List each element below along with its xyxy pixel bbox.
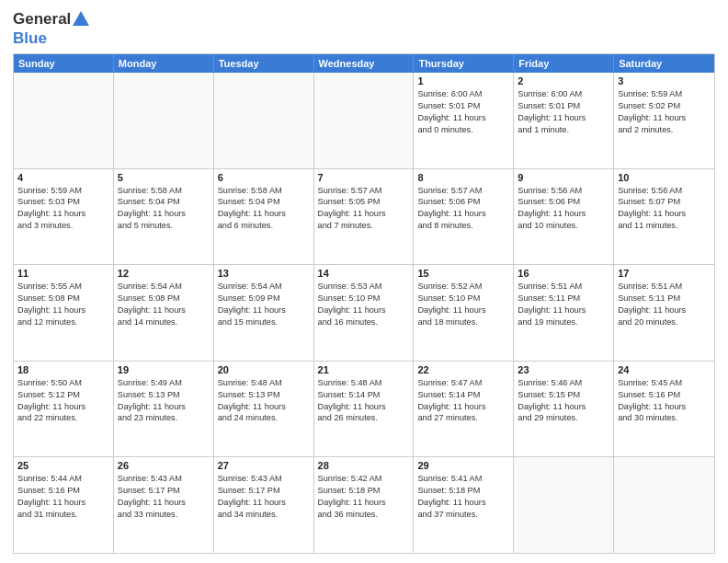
day-cell-18: 18Sunrise: 5:50 AMSunset: 5:12 PMDayligh… <box>14 362 114 457</box>
day-number: 19 <box>118 364 210 375</box>
day-info: Sunrise: 5:49 AMSunset: 5:13 PMDaylight:… <box>118 377 210 425</box>
calendar: SundayMondayTuesdayWednesdayThursdayFrid… <box>13 53 715 554</box>
day-number: 16 <box>518 268 609 279</box>
day-cell-7: 7Sunrise: 5:57 AMSunset: 5:05 PMDaylight… <box>314 169 415 265</box>
day-info: Sunrise: 5:51 AMSunset: 5:11 PMDaylight:… <box>518 281 609 328</box>
day-number: 23 <box>518 364 609 375</box>
day-number: 9 <box>518 172 609 183</box>
day-cell-4: 4Sunrise: 5:59 AMSunset: 5:03 PMDaylight… <box>14 169 114 265</box>
day-cell-19: 19Sunrise: 5:49 AMSunset: 5:13 PMDayligh… <box>114 362 214 457</box>
day-number: 24 <box>618 364 711 375</box>
page: General Blue SundayMondayTuesdayWednesda… <box>0 0 728 563</box>
day-cell-6: 6Sunrise: 5:58 AMSunset: 5:04 PMDaylight… <box>214 169 314 265</box>
day-info: Sunrise: 5:51 AMSunset: 5:11 PMDaylight:… <box>618 281 711 328</box>
day-cell-28: 28Sunrise: 5:42 AMSunset: 5:18 PMDayligh… <box>314 457 415 553</box>
header-day-monday: Monday <box>114 54 214 73</box>
day-number: 14 <box>318 268 410 279</box>
calendar-week-2: 4Sunrise: 5:59 AMSunset: 5:03 PMDaylight… <box>14 169 714 266</box>
header-day-saturday: Saturday <box>614 54 714 73</box>
calendar-header: SundayMondayTuesdayWednesdayThursdayFrid… <box>14 54 714 73</box>
day-number: 2 <box>518 75 609 86</box>
day-cell-16: 16Sunrise: 5:51 AMSunset: 5:11 PMDayligh… <box>514 265 614 361</box>
day-number: 8 <box>417 172 509 183</box>
day-cell-20: 20Sunrise: 5:48 AMSunset: 5:13 PMDayligh… <box>214 362 314 457</box>
calendar-week-5: 25Sunrise: 5:44 AMSunset: 5:16 PMDayligh… <box>14 457 714 553</box>
logo-blue: Blue <box>13 29 47 47</box>
day-cell-14: 14Sunrise: 5:53 AMSunset: 5:10 PMDayligh… <box>314 265 415 361</box>
day-number: 27 <box>218 460 310 471</box>
day-info: Sunrise: 5:41 AMSunset: 5:18 PMDaylight:… <box>417 473 509 521</box>
day-info: Sunrise: 5:55 AMSunset: 5:08 PMDaylight:… <box>17 281 109 328</box>
logo: General Blue <box>13 9 91 48</box>
day-cell-5: 5Sunrise: 5:58 AMSunset: 5:04 PMDaylight… <box>114 169 214 265</box>
day-cell-29: 29Sunrise: 5:41 AMSunset: 5:18 PMDayligh… <box>414 457 514 553</box>
logo-general: General <box>13 10 71 29</box>
day-cell-empty-0-2 <box>214 73 314 168</box>
day-cell-empty-0-0 <box>14 73 114 168</box>
day-number: 26 <box>118 460 210 471</box>
day-cell-21: 21Sunrise: 5:48 AMSunset: 5:14 PMDayligh… <box>314 362 415 457</box>
day-number: 28 <box>318 460 410 471</box>
day-info: Sunrise: 5:58 AMSunset: 5:04 PMDaylight:… <box>218 185 310 233</box>
day-info: Sunrise: 5:42 AMSunset: 5:18 PMDaylight:… <box>318 473 410 521</box>
calendar-week-1: 1Sunrise: 6:00 AMSunset: 5:01 PMDaylight… <box>14 73 714 169</box>
day-number: 11 <box>17 268 109 279</box>
day-info: Sunrise: 5:59 AMSunset: 5:02 PMDaylight:… <box>618 88 711 136</box>
day-cell-8: 8Sunrise: 5:57 AMSunset: 5:06 PMDaylight… <box>414 169 514 265</box>
calendar-week-3: 11Sunrise: 5:55 AMSunset: 5:08 PMDayligh… <box>14 265 714 362</box>
day-number: 17 <box>618 268 711 279</box>
day-cell-empty-4-6 <box>614 457 714 553</box>
day-info: Sunrise: 5:56 AMSunset: 5:07 PMDaylight:… <box>618 185 711 233</box>
day-info: Sunrise: 5:56 AMSunset: 5:06 PMDaylight:… <box>518 185 609 233</box>
day-cell-3: 3Sunrise: 5:59 AMSunset: 5:02 PMDaylight… <box>614 73 714 168</box>
day-cell-2: 2Sunrise: 6:00 AMSunset: 5:01 PMDaylight… <box>514 73 614 168</box>
day-number: 6 <box>218 172 310 183</box>
svg-marker-0 <box>73 11 89 26</box>
day-cell-empty-0-1 <box>114 73 214 168</box>
day-info: Sunrise: 6:00 AMSunset: 5:01 PMDaylight:… <box>518 88 609 136</box>
header-day-sunday: Sunday <box>14 54 114 73</box>
day-info: Sunrise: 5:45 AMSunset: 5:16 PMDaylight:… <box>618 377 711 425</box>
day-number: 21 <box>318 364 410 375</box>
day-cell-10: 10Sunrise: 5:56 AMSunset: 5:07 PMDayligh… <box>614 169 714 265</box>
day-cell-25: 25Sunrise: 5:44 AMSunset: 5:16 PMDayligh… <box>14 457 114 553</box>
day-info: Sunrise: 5:48 AMSunset: 5:13 PMDaylight:… <box>218 377 310 425</box>
day-info: Sunrise: 5:44 AMSunset: 5:16 PMDaylight:… <box>17 473 109 521</box>
day-info: Sunrise: 6:00 AMSunset: 5:01 PMDaylight:… <box>417 88 509 136</box>
day-info: Sunrise: 5:53 AMSunset: 5:10 PMDaylight:… <box>318 281 410 328</box>
day-info: Sunrise: 5:57 AMSunset: 5:05 PMDaylight:… <box>318 185 410 233</box>
header-day-thursday: Thursday <box>414 54 514 73</box>
header-day-wednesday: Wednesday <box>314 54 415 73</box>
day-cell-12: 12Sunrise: 5:54 AMSunset: 5:08 PMDayligh… <box>114 265 214 361</box>
day-number: 12 <box>118 268 210 279</box>
day-info: Sunrise: 5:46 AMSunset: 5:15 PMDaylight:… <box>518 377 609 425</box>
day-number: 29 <box>417 460 509 471</box>
day-info: Sunrise: 5:54 AMSunset: 5:09 PMDaylight:… <box>218 281 310 328</box>
day-number: 20 <box>218 364 310 375</box>
day-number: 1 <box>417 75 509 86</box>
day-cell-22: 22Sunrise: 5:47 AMSunset: 5:14 PMDayligh… <box>414 362 514 457</box>
day-cell-11: 11Sunrise: 5:55 AMSunset: 5:08 PMDayligh… <box>14 265 114 361</box>
day-cell-17: 17Sunrise: 5:51 AMSunset: 5:11 PMDayligh… <box>614 265 714 361</box>
day-number: 4 <box>17 172 109 183</box>
day-cell-27: 27Sunrise: 5:43 AMSunset: 5:17 PMDayligh… <box>214 457 314 553</box>
day-cell-15: 15Sunrise: 5:52 AMSunset: 5:10 PMDayligh… <box>414 265 514 361</box>
day-info: Sunrise: 5:43 AMSunset: 5:17 PMDaylight:… <box>218 473 310 521</box>
day-info: Sunrise: 5:48 AMSunset: 5:14 PMDaylight:… <box>318 377 410 425</box>
day-number: 7 <box>318 172 410 183</box>
day-info: Sunrise: 5:50 AMSunset: 5:12 PMDaylight:… <box>17 377 109 425</box>
day-number: 25 <box>17 460 109 471</box>
day-cell-empty-4-5 <box>514 457 614 553</box>
day-cell-24: 24Sunrise: 5:45 AMSunset: 5:16 PMDayligh… <box>614 362 714 457</box>
day-info: Sunrise: 5:57 AMSunset: 5:06 PMDaylight:… <box>417 185 509 233</box>
day-number: 15 <box>417 268 509 279</box>
day-number: 18 <box>17 364 109 375</box>
calendar-body: 1Sunrise: 6:00 AMSunset: 5:01 PMDaylight… <box>14 73 714 553</box>
day-number: 5 <box>118 172 210 183</box>
day-cell-empty-0-3 <box>314 73 415 168</box>
day-cell-13: 13Sunrise: 5:54 AMSunset: 5:09 PMDayligh… <box>214 265 314 361</box>
day-info: Sunrise: 5:59 AMSunset: 5:03 PMDaylight:… <box>17 185 109 233</box>
calendar-week-4: 18Sunrise: 5:50 AMSunset: 5:12 PMDayligh… <box>14 362 714 458</box>
day-info: Sunrise: 5:54 AMSunset: 5:08 PMDaylight:… <box>118 281 210 328</box>
day-cell-9: 9Sunrise: 5:56 AMSunset: 5:06 PMDaylight… <box>514 169 614 265</box>
